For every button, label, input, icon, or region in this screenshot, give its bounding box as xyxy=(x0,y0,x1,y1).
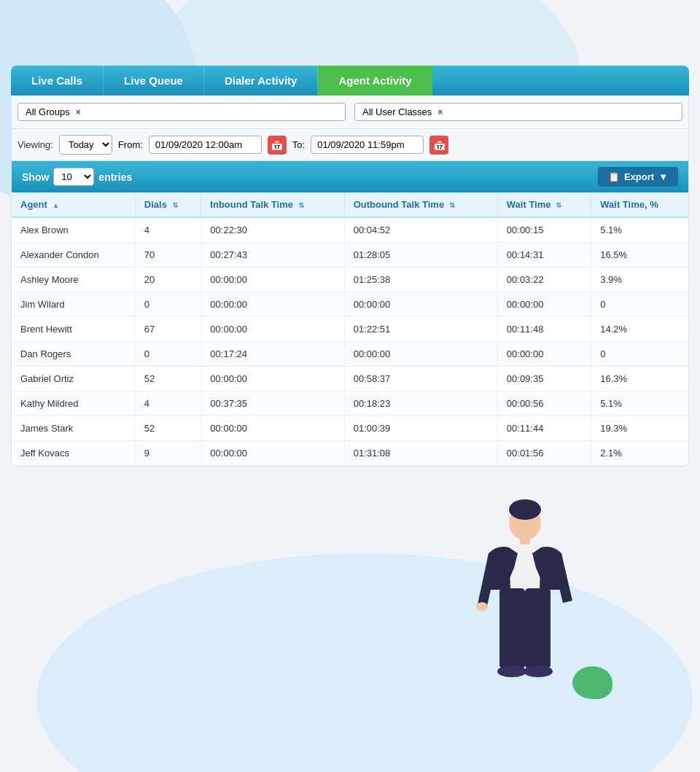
cell-1: 4 xyxy=(135,391,201,416)
cell-5: 5.1% xyxy=(591,217,688,243)
cell-4: 00:00:00 xyxy=(497,292,591,317)
cell-5: 2.1% xyxy=(591,441,688,466)
table-header-bar: Show 10 25 50 100 entries 📋 Export ▼ xyxy=(12,161,688,192)
cell-3: 01:22:51 xyxy=(344,317,497,342)
cell-2: 00:27:43 xyxy=(201,243,344,268)
cell-3: 01:28:05 xyxy=(344,243,497,268)
table-row: Brent Hewitt6700:00:0001:22:5100:11:4814… xyxy=(12,317,688,342)
cell-1: 4 xyxy=(135,217,201,243)
cell-4: 00:00:15 xyxy=(497,217,591,243)
cell-0: Dan Rogers xyxy=(12,342,135,367)
table-row: Ashley Moore2000:00:0001:25:3800:03:223.… xyxy=(12,268,688,292)
cell-4: 00:00:56 xyxy=(497,391,591,416)
from-date-input[interactable] xyxy=(149,136,262,154)
cell-0: Ashley Moore xyxy=(12,268,135,292)
cell-3: 01:00:39 xyxy=(344,416,497,441)
cell-2: 00:00:00 xyxy=(201,317,344,342)
viewing-period-select[interactable]: Today xyxy=(59,135,112,155)
table-row: Dan Rogers000:17:2400:00:0000:00:000 xyxy=(12,342,688,367)
inbound-sort-icon: ⇅ xyxy=(298,201,304,209)
cell-2: 00:00:00 xyxy=(201,268,344,292)
cell-4: 00:09:35 xyxy=(497,367,591,391)
table-row: Gabriel Ortiz5200:00:0000:58:3700:09:351… xyxy=(12,367,688,391)
cell-2: 00:00:00 xyxy=(201,367,344,391)
svg-rect-2 xyxy=(520,537,530,546)
col-inbound[interactable]: Inbound Talk Time ⇅ xyxy=(201,192,344,217)
cell-0: Alexander Condon xyxy=(12,243,135,268)
col-agent[interactable]: Agent ▲ xyxy=(12,192,135,217)
cell-5: 14.2% xyxy=(591,317,688,342)
cell-5: 3.9% xyxy=(591,268,688,292)
svg-rect-3 xyxy=(499,588,525,668)
cell-4: 00:11:44 xyxy=(497,416,591,441)
export-button[interactable]: 📋 Export ▼ xyxy=(598,167,678,187)
cell-0: Brent Hewitt xyxy=(12,317,135,342)
cell-5: 5.1% xyxy=(591,391,688,416)
table-row: Jim Wilard000:00:0000:00:0000:00:000 xyxy=(12,292,688,317)
col-outbound[interactable]: Outbound Talk Time ⇅ xyxy=(344,192,497,217)
col-wait-pct[interactable]: Wait Time, % xyxy=(591,192,688,217)
userclass-filter[interactable]: All User Classes × xyxy=(354,103,682,121)
bg-circle-bottom xyxy=(36,553,693,772)
userclass-filter-label: All User Classes xyxy=(362,106,432,117)
export-label: Export xyxy=(624,171,654,182)
show-label: Show xyxy=(22,171,49,183)
to-date-input[interactable] xyxy=(311,136,424,154)
cell-3: 00:04:52 xyxy=(344,217,497,243)
svg-point-0 xyxy=(509,505,541,540)
cell-3: 00:58:37 xyxy=(344,367,497,391)
entries-select[interactable]: 10 25 50 100 xyxy=(53,168,94,186)
cell-4: 00:03:22 xyxy=(497,268,591,292)
table-row: Alex Brown400:22:3000:04:5200:00:155.1% xyxy=(12,217,688,243)
cell-5: 16.5% xyxy=(591,243,688,268)
tab-dialer-activity[interactable]: Dialer Activity xyxy=(204,66,319,95)
show-entries-control: Show 10 25 50 100 entries xyxy=(22,168,132,186)
group-filter-label: All Groups xyxy=(26,106,70,117)
userclass-filter-close[interactable]: × xyxy=(438,107,443,117)
to-calendar-icon[interactable]: 📅 xyxy=(429,136,448,155)
cell-0: Alex Brown xyxy=(12,217,135,243)
wait-sort-icon: ⇅ xyxy=(556,201,561,209)
export-icon: 📋 xyxy=(608,171,620,182)
cell-3: 01:25:38 xyxy=(344,268,497,292)
dials-sort-icon: ⇅ xyxy=(172,201,178,209)
tab-bar: Live Calls Live Queue Dialer Activity Ag… xyxy=(11,66,689,95)
cell-0: Jim Wilard xyxy=(12,292,135,317)
cell-1: 9 xyxy=(135,441,201,466)
green-ball xyxy=(572,666,612,699)
tab-live-queue[interactable]: Live Queue xyxy=(104,66,204,95)
group-filter-close[interactable]: × xyxy=(76,107,81,117)
viewing-label: Viewing: xyxy=(18,139,53,150)
cell-0: Gabriel Ortiz xyxy=(12,367,135,391)
cell-0: James Stark xyxy=(12,416,135,441)
group-filter[interactable]: All Groups × xyxy=(18,103,346,121)
tab-live-calls[interactable]: Live Calls xyxy=(11,66,104,95)
cell-3: 01:31:08 xyxy=(344,441,497,466)
cell-5: 16.3% xyxy=(591,367,688,391)
table-row: Kathy Mildred400:37:3500:18:2300:00:565.… xyxy=(12,391,688,416)
cell-0: Jeff Kovacs xyxy=(12,441,135,466)
svg-point-5 xyxy=(497,666,526,677)
cell-3: 00:18:23 xyxy=(344,391,497,416)
cell-3: 00:00:00 xyxy=(344,342,497,367)
from-calendar-icon[interactable]: 📅 xyxy=(268,136,287,155)
cell-1: 52 xyxy=(135,367,201,391)
cell-3: 00:00:00 xyxy=(344,292,497,317)
tab-agent-activity[interactable]: Agent Activity xyxy=(318,66,432,95)
svg-point-1 xyxy=(509,499,541,520)
col-wait[interactable]: Wait Time ⇅ xyxy=(497,192,591,217)
table-row: James Stark5200:00:0001:00:3900:11:4419.… xyxy=(12,416,688,441)
cell-5: 0 xyxy=(591,292,688,317)
main-container: Live Calls Live Queue Dialer Activity Ag… xyxy=(0,0,700,481)
svg-point-7 xyxy=(476,602,488,611)
cell-2: 00:00:00 xyxy=(201,416,344,441)
cell-2: 00:00:00 xyxy=(201,292,344,317)
cell-1: 0 xyxy=(135,342,201,367)
viewing-row: Viewing: Today From: 📅 To: 📅 xyxy=(11,129,689,161)
export-dropdown-icon: ▼ xyxy=(658,171,668,182)
outbound-sort-icon: ⇅ xyxy=(449,201,455,209)
col-dials[interactable]: Dials ⇅ xyxy=(135,192,201,217)
cell-1: 70 xyxy=(135,243,201,268)
svg-point-6 xyxy=(524,666,553,677)
agent-sort-icon: ▲ xyxy=(52,201,59,209)
